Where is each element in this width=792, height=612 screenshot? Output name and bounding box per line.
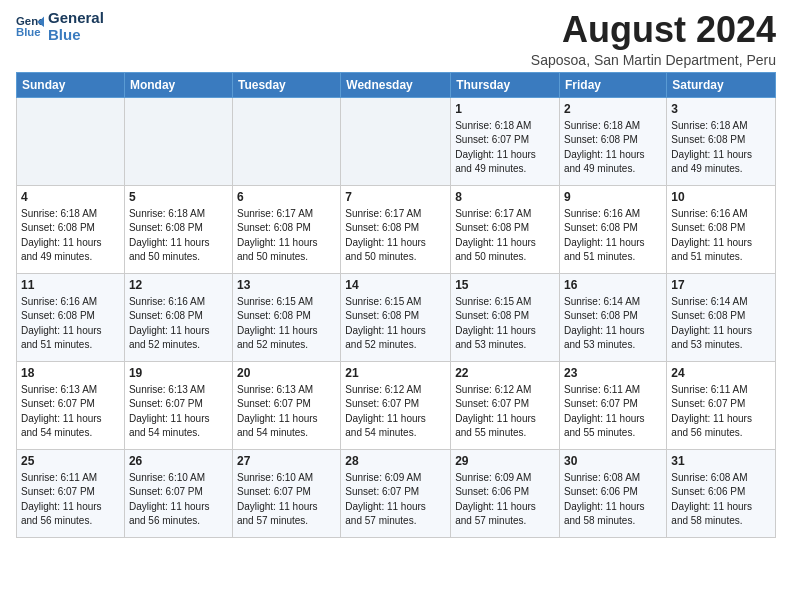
day-info: Sunrise: 6:08 AM Sunset: 6:06 PM Dayligh… <box>564 471 662 529</box>
day-info: Sunrise: 6:18 AM Sunset: 6:08 PM Dayligh… <box>671 119 771 177</box>
day-info: Sunrise: 6:14 AM Sunset: 6:08 PM Dayligh… <box>671 295 771 353</box>
location-subtitle: Saposoa, San Martin Department, Peru <box>531 52 776 68</box>
week-row-3: 11Sunrise: 6:16 AM Sunset: 6:08 PM Dayli… <box>17 273 776 361</box>
calendar-cell: 30Sunrise: 6:08 AM Sunset: 6:06 PM Dayli… <box>560 449 667 537</box>
logo-icon: General Blue <box>16 13 44 41</box>
day-info: Sunrise: 6:17 AM Sunset: 6:08 PM Dayligh… <box>237 207 336 265</box>
calendar-cell: 19Sunrise: 6:13 AM Sunset: 6:07 PM Dayli… <box>124 361 232 449</box>
day-number: 17 <box>671 277 771 294</box>
calendar-cell: 5Sunrise: 6:18 AM Sunset: 6:08 PM Daylig… <box>124 185 232 273</box>
day-info: Sunrise: 6:09 AM Sunset: 6:06 PM Dayligh… <box>455 471 555 529</box>
day-number: 2 <box>564 101 662 118</box>
calendar-table: SundayMondayTuesdayWednesdayThursdayFrid… <box>16 72 776 538</box>
calendar-cell: 3Sunrise: 6:18 AM Sunset: 6:08 PM Daylig… <box>667 97 776 185</box>
calendar-cell: 26Sunrise: 6:10 AM Sunset: 6:07 PM Dayli… <box>124 449 232 537</box>
calendar-cell: 8Sunrise: 6:17 AM Sunset: 6:08 PM Daylig… <box>451 185 560 273</box>
calendar-cell: 9Sunrise: 6:16 AM Sunset: 6:08 PM Daylig… <box>560 185 667 273</box>
calendar-cell: 2Sunrise: 6:18 AM Sunset: 6:08 PM Daylig… <box>560 97 667 185</box>
day-number: 16 <box>564 277 662 294</box>
calendar-cell: 25Sunrise: 6:11 AM Sunset: 6:07 PM Dayli… <box>17 449 125 537</box>
day-number: 10 <box>671 189 771 206</box>
calendar-cell <box>124 97 232 185</box>
day-info: Sunrise: 6:17 AM Sunset: 6:08 PM Dayligh… <box>455 207 555 265</box>
day-info: Sunrise: 6:15 AM Sunset: 6:08 PM Dayligh… <box>455 295 555 353</box>
week-row-2: 4Sunrise: 6:18 AM Sunset: 6:08 PM Daylig… <box>17 185 776 273</box>
day-info: Sunrise: 6:10 AM Sunset: 6:07 PM Dayligh… <box>129 471 228 529</box>
day-number: 8 <box>455 189 555 206</box>
day-number: 31 <box>671 453 771 470</box>
day-number: 19 <box>129 365 228 382</box>
day-number: 11 <box>21 277 120 294</box>
calendar-cell: 29Sunrise: 6:09 AM Sunset: 6:06 PM Dayli… <box>451 449 560 537</box>
day-number: 21 <box>345 365 446 382</box>
calendar-cell <box>341 97 451 185</box>
day-number: 30 <box>564 453 662 470</box>
day-number: 9 <box>564 189 662 206</box>
calendar-cell: 15Sunrise: 6:15 AM Sunset: 6:08 PM Dayli… <box>451 273 560 361</box>
calendar-cell <box>232 97 340 185</box>
day-info: Sunrise: 6:16 AM Sunset: 6:08 PM Dayligh… <box>129 295 228 353</box>
day-number: 24 <box>671 365 771 382</box>
day-info: Sunrise: 6:15 AM Sunset: 6:08 PM Dayligh… <box>237 295 336 353</box>
day-number: 13 <box>237 277 336 294</box>
calendar-header-row: SundayMondayTuesdayWednesdayThursdayFrid… <box>17 72 776 97</box>
day-info: Sunrise: 6:16 AM Sunset: 6:08 PM Dayligh… <box>21 295 120 353</box>
calendar-cell: 27Sunrise: 6:10 AM Sunset: 6:07 PM Dayli… <box>232 449 340 537</box>
day-info: Sunrise: 6:18 AM Sunset: 6:07 PM Dayligh… <box>455 119 555 177</box>
day-info: Sunrise: 6:13 AM Sunset: 6:07 PM Dayligh… <box>21 383 120 441</box>
calendar-cell: 14Sunrise: 6:15 AM Sunset: 6:08 PM Dayli… <box>341 273 451 361</box>
day-info: Sunrise: 6:11 AM Sunset: 6:07 PM Dayligh… <box>21 471 120 529</box>
day-number: 14 <box>345 277 446 294</box>
day-number: 4 <box>21 189 120 206</box>
day-info: Sunrise: 6:08 AM Sunset: 6:06 PM Dayligh… <box>671 471 771 529</box>
calendar-cell: 24Sunrise: 6:11 AM Sunset: 6:07 PM Dayli… <box>667 361 776 449</box>
day-number: 28 <box>345 453 446 470</box>
calendar-cell: 18Sunrise: 6:13 AM Sunset: 6:07 PM Dayli… <box>17 361 125 449</box>
week-row-4: 18Sunrise: 6:13 AM Sunset: 6:07 PM Dayli… <box>17 361 776 449</box>
calendar-cell: 22Sunrise: 6:12 AM Sunset: 6:07 PM Dayli… <box>451 361 560 449</box>
day-info: Sunrise: 6:16 AM Sunset: 6:08 PM Dayligh… <box>564 207 662 265</box>
logo-text-line1: General <box>48 10 104 27</box>
day-info: Sunrise: 6:09 AM Sunset: 6:07 PM Dayligh… <box>345 471 446 529</box>
calendar-cell: 6Sunrise: 6:17 AM Sunset: 6:08 PM Daylig… <box>232 185 340 273</box>
day-number: 1 <box>455 101 555 118</box>
calendar-cell: 4Sunrise: 6:18 AM Sunset: 6:08 PM Daylig… <box>17 185 125 273</box>
calendar-cell: 16Sunrise: 6:14 AM Sunset: 6:08 PM Dayli… <box>560 273 667 361</box>
day-number: 3 <box>671 101 771 118</box>
day-info: Sunrise: 6:18 AM Sunset: 6:08 PM Dayligh… <box>564 119 662 177</box>
day-number: 27 <box>237 453 336 470</box>
calendar-cell <box>17 97 125 185</box>
day-number: 20 <box>237 365 336 382</box>
day-number: 22 <box>455 365 555 382</box>
day-header-monday: Monday <box>124 72 232 97</box>
day-number: 5 <box>129 189 228 206</box>
day-info: Sunrise: 6:18 AM Sunset: 6:08 PM Dayligh… <box>21 207 120 265</box>
calendar-cell: 1Sunrise: 6:18 AM Sunset: 6:07 PM Daylig… <box>451 97 560 185</box>
day-info: Sunrise: 6:10 AM Sunset: 6:07 PM Dayligh… <box>237 471 336 529</box>
day-info: Sunrise: 6:11 AM Sunset: 6:07 PM Dayligh… <box>671 383 771 441</box>
calendar-cell: 10Sunrise: 6:16 AM Sunset: 6:08 PM Dayli… <box>667 185 776 273</box>
logo: General Blue General Blue <box>16 10 104 43</box>
calendar-cell: 11Sunrise: 6:16 AM Sunset: 6:08 PM Dayli… <box>17 273 125 361</box>
calendar-cell: 23Sunrise: 6:11 AM Sunset: 6:07 PM Dayli… <box>560 361 667 449</box>
day-header-wednesday: Wednesday <box>341 72 451 97</box>
logo-text-line2: Blue <box>48 27 104 44</box>
day-number: 29 <box>455 453 555 470</box>
week-row-5: 25Sunrise: 6:11 AM Sunset: 6:07 PM Dayli… <box>17 449 776 537</box>
day-header-thursday: Thursday <box>451 72 560 97</box>
day-info: Sunrise: 6:18 AM Sunset: 6:08 PM Dayligh… <box>129 207 228 265</box>
day-number: 6 <box>237 189 336 206</box>
calendar-cell: 20Sunrise: 6:13 AM Sunset: 6:07 PM Dayli… <box>232 361 340 449</box>
day-info: Sunrise: 6:15 AM Sunset: 6:08 PM Dayligh… <box>345 295 446 353</box>
calendar-cell: 13Sunrise: 6:15 AM Sunset: 6:08 PM Dayli… <box>232 273 340 361</box>
month-title: August 2024 <box>531 10 776 50</box>
day-header-sunday: Sunday <box>17 72 125 97</box>
day-number: 12 <box>129 277 228 294</box>
day-info: Sunrise: 6:12 AM Sunset: 6:07 PM Dayligh… <box>455 383 555 441</box>
day-info: Sunrise: 6:17 AM Sunset: 6:08 PM Dayligh… <box>345 207 446 265</box>
day-number: 7 <box>345 189 446 206</box>
day-header-tuesday: Tuesday <box>232 72 340 97</box>
week-row-1: 1Sunrise: 6:18 AM Sunset: 6:07 PM Daylig… <box>17 97 776 185</box>
day-number: 18 <box>21 365 120 382</box>
calendar-cell: 28Sunrise: 6:09 AM Sunset: 6:07 PM Dayli… <box>341 449 451 537</box>
